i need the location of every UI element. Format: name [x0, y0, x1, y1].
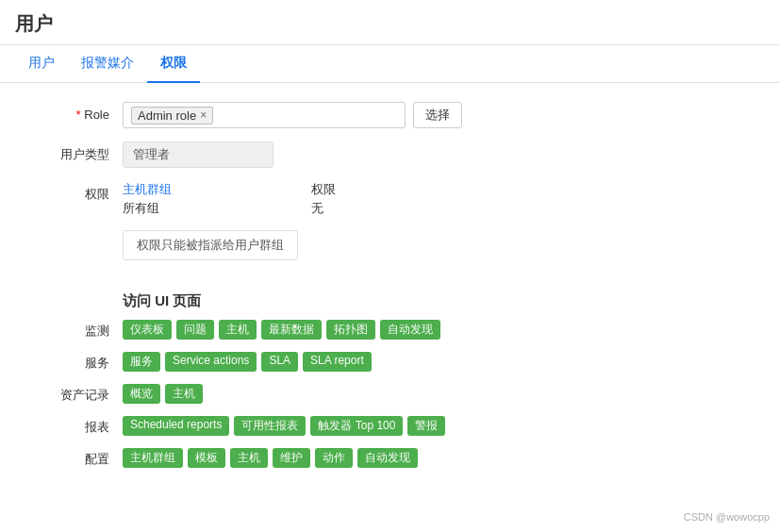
page-title: 用户	[15, 11, 764, 37]
role-tag-close[interactable]: ×	[200, 108, 207, 122]
user-type-row: 用户类型 管理者	[0, 141, 779, 168]
tag-autodiscovery-config: 自动发现	[357, 448, 418, 468]
tag-problems: 问题	[176, 320, 214, 340]
tag-dashboard: 仪表板	[123, 320, 172, 340]
access-row-config: 配置 主机群组 模板 主机 维护 动作 自动发现	[38, 448, 760, 471]
role-row: Role Admin role × 选择	[0, 102, 779, 128]
tag-autodiscovery: 自动发现	[380, 320, 440, 340]
permissions-area: 主机群组 权限 所有组 无	[123, 181, 336, 217]
access-row-services: 服务 服务 Service actions SLA SLA report	[38, 352, 760, 374]
tags-area-monitoring: 仪表板 问题 主机 最新数据 拓扑图 自动发现	[123, 320, 440, 340]
tag-hosts-asset: 主机	[165, 384, 203, 404]
tag-maintenance: 维护	[273, 448, 310, 468]
form-section: Role Admin role × 选择 用户类型 管理者 权限 主机群组 权限…	[0, 83, 779, 292]
perm-data-row: 所有组 无	[123, 200, 336, 217]
access-row-monitoring: 监测 仪表板 问题 主机 最新数据 拓扑图 自动发现	[38, 320, 760, 342]
role-input-box: Admin role ×	[123, 102, 406, 128]
tag-actions: 动作	[315, 448, 353, 468]
tag-overview: 概览	[123, 384, 160, 404]
permissions-row: 权限 主机群组 权限 所有组 无	[0, 181, 779, 217]
tab-permissions[interactable]: 权限	[147, 45, 200, 83]
tag-availability-report: 可用性报表	[234, 416, 306, 436]
role-input-area: Admin role × 选择	[123, 102, 462, 128]
access-title: 访问 UI 页面	[38, 292, 760, 310]
user-type-value: 管理者	[123, 141, 273, 168]
tag-service: 服务	[123, 352, 160, 372]
tags-area-reports: Scheduled reports 可用性报表 触发器 Top 100 警报	[123, 416, 445, 436]
tag-latest-data: 最新数据	[261, 320, 322, 340]
role-tag: Admin role ×	[131, 107, 213, 125]
access-row-reports: 报表 Scheduled reports 可用性报表 触发器 Top 100 警…	[38, 416, 760, 439]
tag-host-groups: 主机群组	[123, 448, 183, 468]
watermark: CSDN @wowocpp	[684, 511, 770, 523]
info-box-row: 权限只能被指派给用户群组	[0, 230, 779, 260]
tag-alert: 警报	[407, 416, 445, 436]
tag-sla-report: SLA report	[303, 352, 372, 372]
tags-area-assets: 概览 主机	[123, 384, 203, 404]
tabs-bar: 用户 报警媒介 权限	[0, 45, 779, 83]
tag-topology: 拓扑图	[326, 320, 375, 340]
perm-group-name: 所有组	[123, 200, 311, 217]
tags-area-services: 服务 Service actions SLA SLA report	[123, 352, 372, 372]
tab-alert-media[interactable]: 报警媒介	[68, 45, 147, 83]
info-box: 权限只能被指派给用户群组	[123, 230, 298, 260]
tags-area-config: 主机群组 模板 主机 维护 动作 自动发现	[123, 448, 418, 468]
tag-service-actions: Service actions	[165, 352, 257, 372]
access-label-assets: 资产记录	[38, 384, 123, 407]
access-label-reports: 报表	[38, 416, 123, 439]
tag-triggers-top100: 触发器 Top 100	[310, 416, 403, 436]
access-label-monitoring: 监测	[38, 320, 123, 342]
tag-hosts: 主机	[219, 320, 257, 340]
role-tag-text: Admin role	[138, 108, 196, 123]
access-row-assets: 资产记录 概览 主机	[38, 384, 760, 407]
access-label-services: 服务	[38, 352, 123, 374]
permissions-label: 权限	[38, 181, 123, 208]
perm-col-rights: 权限	[311, 181, 336, 198]
perm-col-group: 主机群组	[123, 181, 311, 198]
tag-scheduled-reports: Scheduled reports	[123, 416, 229, 436]
role-label: Role	[38, 102, 123, 128]
tag-templates: 模板	[188, 448, 225, 468]
perm-value: 无	[311, 200, 323, 217]
page-header: 用户	[0, 0, 779, 45]
access-label-config: 配置	[38, 448, 123, 471]
user-type-label: 用户类型	[38, 141, 123, 168]
access-section: 访问 UI 页面 监测 仪表板 问题 主机 最新数据 拓扑图 自动发现 服务 服…	[0, 292, 779, 471]
perm-header-row: 主机群组 权限	[123, 181, 336, 198]
tag-sla: SLA	[261, 352, 298, 372]
tag-hosts-config: 主机	[230, 448, 268, 468]
tab-users[interactable]: 用户	[15, 45, 68, 83]
select-button[interactable]: 选择	[413, 102, 462, 128]
